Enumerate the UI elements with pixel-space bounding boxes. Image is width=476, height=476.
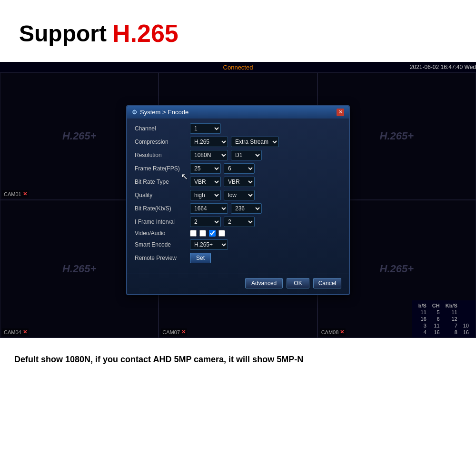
dvr-screen: Connected 2021-06-02 16:47:40 Wed H.265+… <box>0 62 476 338</box>
compression-row: Compression H.265 Extra Stream <box>135 137 341 147</box>
dialog-title-text: System > Encode <box>140 109 188 116</box>
smart-encode-select[interactable]: H.265+ <box>190 239 228 250</box>
support-label: Support <box>19 20 107 47</box>
bitrate-label: Bit Rate(Kb/S) <box>135 205 187 212</box>
bitrate-select2[interactable]: 236 <box>231 203 262 214</box>
advanced-button[interactable]: Advanced <box>245 278 283 288</box>
cancel-button[interactable]: Cancel <box>313 278 341 288</box>
remote-preview-row: Remote Preview Set <box>135 253 341 263</box>
audio-checkbox[interactable] <box>199 230 206 237</box>
channel-label: Channel <box>135 125 187 132</box>
dialog-title: ⚙ System > Encode <box>132 109 188 116</box>
channel-select[interactable]: 1 <box>190 123 221 134</box>
video-checkbox2[interactable] <box>209 230 216 237</box>
iframe-select2[interactable]: 2 <box>224 217 255 227</box>
smart-encode-row: Smart Encode H.265+ <box>135 239 341 250</box>
video-audio-row: Video/Audio <box>135 230 341 237</box>
resolution-select2[interactable]: D1 <box>231 150 262 160</box>
iframe-label: I Frame Interval <box>135 218 187 225</box>
framerate-row: Frame Rate(FPS) 25 6 <box>135 163 341 174</box>
bitrate-type-label: Bit Rate Type <box>135 178 187 185</box>
framerate-select2[interactable]: 6 <box>224 163 255 174</box>
remote-preview-label: Remote Preview <box>135 255 187 261</box>
top-section: Support H.265 <box>0 0 476 62</box>
resolution-row: Resolution 1080N D1 <box>135 150 341 160</box>
bitrate-type-select[interactable]: VBR <box>190 177 221 187</box>
footer-text: Defult show 1080N, if you contact AHD 5M… <box>14 355 303 365</box>
compression-label: Compression <box>135 139 187 145</box>
dialog-icon: ⚙ <box>132 109 138 116</box>
bitrate-select[interactable]: 1664 <box>190 203 228 214</box>
video-audio-checkboxes <box>190 230 225 237</box>
audio-checkbox2[interactable] <box>218 230 225 237</box>
quality-select[interactable]: high <box>190 190 221 200</box>
ok-button[interactable]: OK <box>287 278 309 288</box>
set-button[interactable]: Set <box>190 253 211 263</box>
framerate-label: Frame Rate(FPS) <box>135 165 187 172</box>
channel-row: Channel 1 <box>135 123 341 134</box>
compression-select[interactable]: H.265 <box>190 137 228 147</box>
stream-select[interactable]: Extra Stream <box>231 137 279 147</box>
bottom-section: Defult show 1080N, if you contact AHD 5M… <box>0 338 476 381</box>
resolution-label: Resolution <box>135 152 187 159</box>
framerate-select[interactable]: 25 <box>190 163 221 174</box>
resolution-select[interactable]: 1080N <box>190 150 228 160</box>
dialog-body: Channel 1 Compression H.265 Extra Stream <box>127 119 349 272</box>
encode-dialog: ⚙ System > Encode ✕ Channel 1 Compressio… <box>126 105 350 295</box>
dialog-footer: Advanced OK Cancel <box>127 274 349 294</box>
smart-encode-label: Smart Encode <box>135 241 187 248</box>
iframe-row: I Frame Interval 2 2 <box>135 217 341 227</box>
quality-label: Quality <box>135 192 187 198</box>
iframe-select[interactable]: 2 <box>190 217 221 227</box>
video-checkbox[interactable] <box>190 230 197 237</box>
h265-label: H.265 <box>112 19 178 48</box>
quality-row: Quality high low <box>135 190 341 200</box>
bitrate-row: Bit Rate(Kb/S) 1664 236 <box>135 203 341 214</box>
quality-select2[interactable]: low <box>224 190 255 200</box>
video-audio-label: Video/Audio <box>135 230 187 237</box>
dialog-overlay: ⚙ System > Encode ✕ Channel 1 Compressio… <box>0 62 476 338</box>
bitrate-type-select2[interactable]: VBR <box>224 177 255 187</box>
dialog-close-button[interactable]: ✕ <box>337 109 344 116</box>
bitrate-type-row: Bit Rate Type VBR VBR <box>135 177 341 187</box>
dialog-title-bar: ⚙ System > Encode ✕ <box>127 106 349 119</box>
